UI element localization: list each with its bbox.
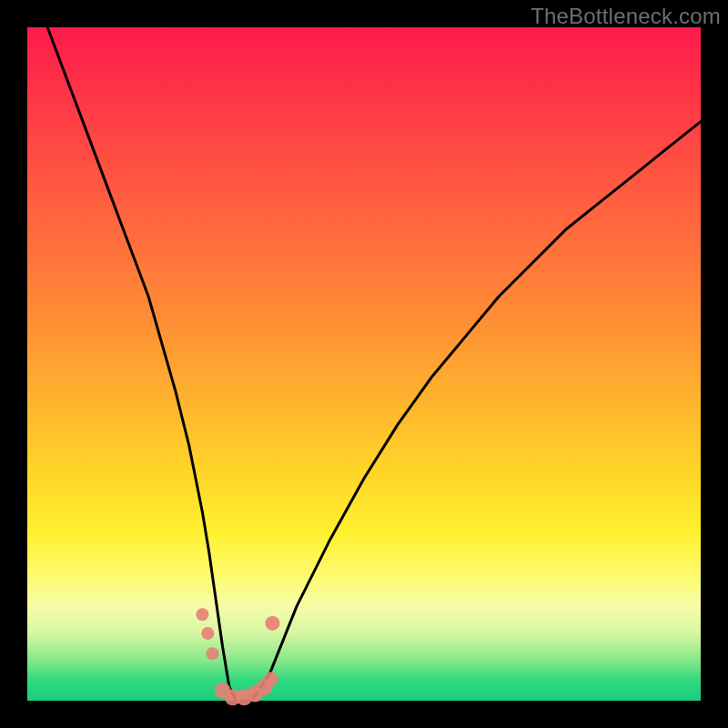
highlight-marker bbox=[196, 608, 208, 621]
bottleneck-curve bbox=[27, 0, 701, 701]
chart-frame: TheBottleneck.com bbox=[0, 0, 728, 728]
marker-group bbox=[196, 608, 279, 705]
highlight-marker bbox=[201, 627, 214, 640]
highlight-marker bbox=[265, 616, 279, 631]
plot-area bbox=[27, 27, 701, 701]
watermark-text: TheBottleneck.com bbox=[531, 4, 721, 29]
highlight-marker bbox=[207, 647, 219, 660]
chart-svg bbox=[27, 27, 701, 701]
highlight-marker bbox=[264, 672, 278, 686]
